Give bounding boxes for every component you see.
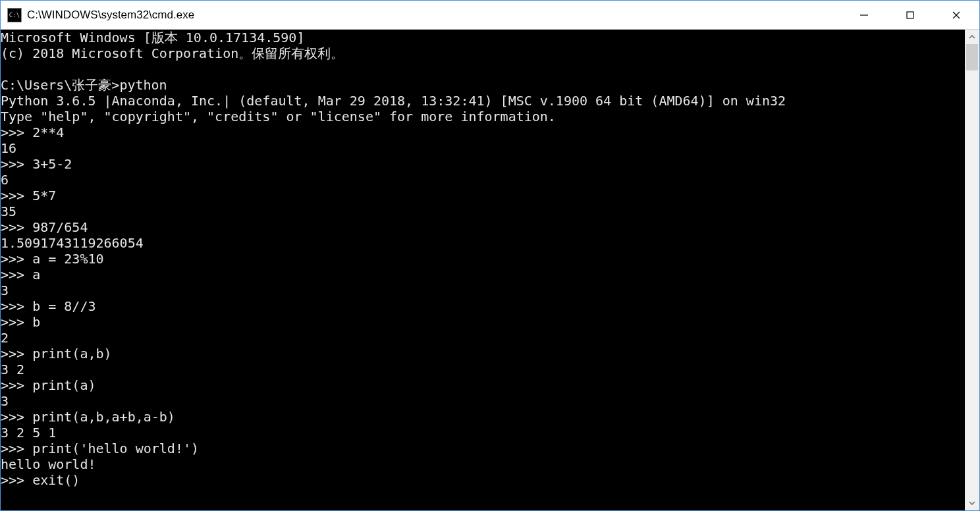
terminal-line: >>> print('hello world!')	[1, 441, 965, 456]
window-title: C:\WINDOWS\system32\cmd.exe	[27, 9, 841, 22]
terminal-line: >>> a = 23%10	[1, 251, 965, 267]
minimize-icon	[859, 11, 869, 20]
terminal-line: hello world!	[1, 456, 965, 472]
maximize-button[interactable]	[887, 1, 933, 29]
terminal-line: Python 3.6.5 |Anaconda, Inc.| (default, …	[1, 93, 965, 109]
close-icon	[952, 11, 961, 20]
app-icon: C:\	[7, 8, 22, 22]
terminal-line: >>> print(a,b,a+b,a-b)	[1, 409, 965, 425]
terminal-line: >>> 5*7	[1, 188, 965, 203]
terminal-line: >>> 987/654	[1, 219, 965, 235]
terminal-line	[1, 61, 965, 77]
scrollbar-up-button[interactable]	[965, 30, 979, 44]
terminal-line: 1.5091743119266054	[1, 235, 965, 251]
terminal-line: >>> print(a)	[1, 377, 965, 393]
scrollbar-thumb[interactable]	[966, 44, 978, 70]
terminal-line: >>> b = 8//3	[1, 298, 965, 314]
terminal-output[interactable]: Microsoft Windows [版本 10.0.17134.590](c)…	[1, 30, 965, 510]
minimize-button[interactable]	[841, 1, 887, 29]
svg-rect-1	[907, 12, 913, 18]
terminal-line: >>> a	[1, 267, 965, 282]
terminal-line: 3	[1, 393, 965, 409]
terminal-line: Type "help", "copyright", "credits" or "…	[1, 109, 965, 124]
close-button[interactable]	[933, 1, 979, 29]
terminal-line: (c) 2018 Microsoft Corporation。保留所有权利。	[1, 45, 965, 61]
terminal-container: Microsoft Windows [版本 10.0.17134.590](c)…	[1, 30, 979, 510]
terminal-line: 35	[1, 203, 965, 219]
chevron-down-icon	[969, 500, 975, 506]
terminal-line: >>> print(a,b)	[1, 346, 965, 362]
terminal-line: 2	[1, 330, 965, 346]
terminal-line: 16	[1, 140, 965, 156]
terminal-line: 3	[1, 282, 965, 298]
title-bar[interactable]: C:\ C:\WINDOWS\system32\cmd.exe	[1, 1, 979, 30]
terminal-line: C:\Users\张子豪>python	[1, 77, 965, 93]
terminal-line: Microsoft Windows [版本 10.0.17134.590]	[1, 30, 965, 45]
terminal-line: 3 2 5 1	[1, 425, 965, 441]
terminal-line: 6	[1, 172, 965, 188]
scrollbar[interactable]	[965, 30, 979, 510]
window-controls	[841, 1, 979, 29]
terminal-line: 3 2	[1, 362, 965, 377]
terminal-line: >>> 3+5-2	[1, 156, 965, 172]
chevron-up-icon	[969, 34, 975, 40]
scrollbar-track[interactable]	[965, 44, 979, 496]
terminal-line: >>> exit()	[1, 472, 965, 488]
terminal-line: >>> 2**4	[1, 124, 965, 140]
scrollbar-down-button[interactable]	[965, 496, 979, 510]
terminal-line: >>> b	[1, 314, 965, 330]
maximize-icon	[906, 11, 915, 20]
